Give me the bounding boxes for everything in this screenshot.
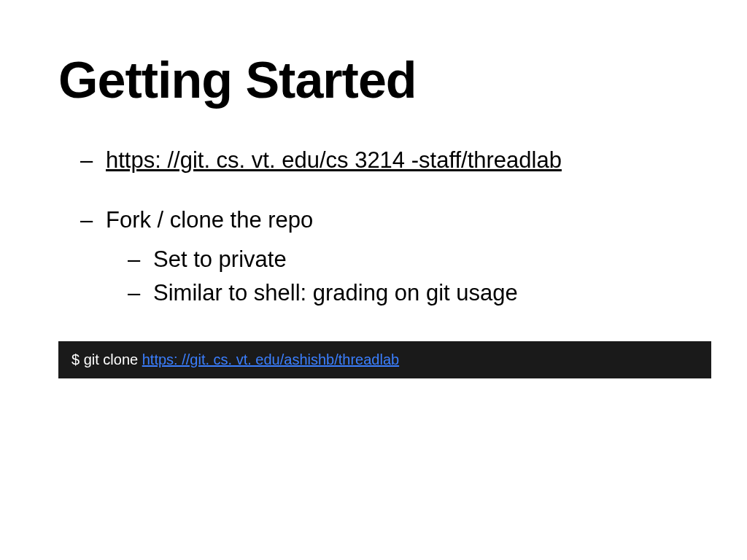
slide: Getting Started https: //git. cs. vt. ed… [0, 0, 747, 560]
repo-link[interactable]: https: //git. cs. vt. edu/cs 3214 -staff… [106, 147, 562, 173]
code-prefix: $ git clone [71, 351, 142, 368]
code-block: $ git clone https: //git. cs. vt. edu/as… [58, 341, 711, 378]
page-title: Getting Started [58, 51, 689, 109]
sub-bullet-1: Set to private [153, 246, 287, 272]
sub-list: Set to private Similar to shell: grading… [106, 243, 689, 311]
code-url-link[interactable]: https: //git. cs. vt. edu/ashishb/thread… [142, 351, 399, 368]
fork-text: Fork / clone the repo [106, 207, 313, 233]
list-item: Set to private [128, 243, 689, 277]
list-item: Similar to shell: grading on git usage [128, 276, 689, 311]
bullet-list: https: //git. cs. vt. edu/cs 3214 -staff… [58, 146, 689, 311]
list-item: https: //git. cs. vt. edu/cs 3214 -staff… [80, 146, 689, 175]
list-item: Fork / clone the repo Set to private Sim… [80, 206, 689, 310]
sub-bullet-2: Similar to shell: grading on git usage [153, 280, 518, 306]
